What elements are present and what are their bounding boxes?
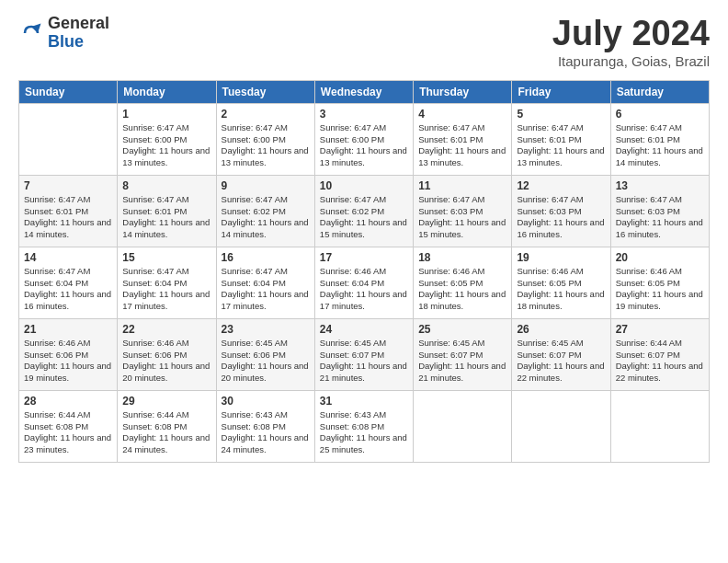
calendar-table: SundayMondayTuesdayWednesdayThursdayFrid…: [18, 80, 710, 463]
weekday-header-wednesday: Wednesday: [314, 80, 413, 103]
calendar-cell: 7Sunrise: 6:47 AMSunset: 6:01 PMDaylight…: [19, 175, 118, 247]
calendar-week-row: 1Sunrise: 6:47 AMSunset: 6:00 PMDaylight…: [19, 103, 710, 175]
day-number: 23: [222, 323, 310, 336]
day-info: Sunrise: 6:44 AMSunset: 6:08 PMDaylight:…: [122, 409, 210, 456]
day-info: Sunrise: 6:45 AMSunset: 6:07 PMDaylight:…: [418, 338, 506, 385]
calendar-cell: 3Sunrise: 6:47 AMSunset: 6:00 PMDaylight…: [314, 103, 413, 175]
calendar-cell: 25Sunrise: 6:45 AMSunset: 6:07 PMDayligh…: [414, 318, 512, 390]
day-number: 21: [24, 323, 112, 336]
location: Itapuranga, Goias, Brazil: [552, 53, 710, 69]
calendar-cell: 18Sunrise: 6:46 AMSunset: 6:05 PMDayligh…: [414, 247, 512, 318]
calendar-cell: [414, 390, 512, 462]
calendar-cell: 15Sunrise: 6:47 AMSunset: 6:04 PMDayligh…: [118, 247, 216, 318]
day-number: 22: [122, 323, 210, 336]
calendar-cell: 26Sunrise: 6:45 AMSunset: 6:07 PMDayligh…: [512, 318, 610, 390]
calendar-cell: 27Sunrise: 6:44 AMSunset: 6:07 PMDayligh…: [610, 318, 709, 390]
calendar-cell: 1Sunrise: 6:47 AMSunset: 6:00 PMDaylight…: [118, 103, 216, 175]
calendar-cell: 19Sunrise: 6:46 AMSunset: 6:05 PMDayligh…: [512, 247, 610, 318]
day-number: 2: [222, 108, 310, 121]
day-info: Sunrise: 6:44 AMSunset: 6:07 PMDaylight:…: [616, 338, 704, 385]
month-year: July 2024: [552, 15, 710, 53]
calendar-cell: 30Sunrise: 6:43 AMSunset: 6:08 PMDayligh…: [216, 390, 314, 462]
calendar-page: General Blue July 2024 Itapuranga, Goias…: [0, 0, 728, 474]
day-info: Sunrise: 6:47 AMSunset: 6:01 PMDaylight:…: [122, 194, 210, 241]
day-info: Sunrise: 6:44 AMSunset: 6:08 PMDaylight:…: [24, 409, 112, 456]
calendar-cell: 31Sunrise: 6:43 AMSunset: 6:08 PMDayligh…: [314, 390, 413, 462]
calendar-cell: 14Sunrise: 6:47 AMSunset: 6:04 PMDayligh…: [19, 247, 118, 318]
logo-text: General Blue: [48, 15, 109, 52]
day-info: Sunrise: 6:46 AMSunset: 6:06 PMDaylight:…: [122, 338, 210, 385]
day-info: Sunrise: 6:47 AMSunset: 6:04 PMDaylight:…: [122, 266, 210, 313]
calendar-cell: 2Sunrise: 6:47 AMSunset: 6:00 PMDaylight…: [216, 103, 314, 175]
calendar-cell: 4Sunrise: 6:47 AMSunset: 6:01 PMDaylight…: [414, 103, 512, 175]
day-number: 31: [320, 395, 408, 408]
day-info: Sunrise: 6:43 AMSunset: 6:08 PMDaylight:…: [320, 409, 408, 456]
day-number: 8: [122, 179, 210, 192]
weekday-header-monday: Monday: [118, 80, 216, 103]
calendar-week-row: 14Sunrise: 6:47 AMSunset: 6:04 PMDayligh…: [19, 247, 710, 318]
calendar-cell: [19, 103, 118, 175]
calendar-week-row: 21Sunrise: 6:46 AMSunset: 6:06 PMDayligh…: [19, 318, 710, 390]
calendar-cell: 6Sunrise: 6:47 AMSunset: 6:01 PMDaylight…: [610, 103, 709, 175]
calendar-week-row: 28Sunrise: 6:44 AMSunset: 6:08 PMDayligh…: [19, 390, 710, 462]
calendar-cell: 5Sunrise: 6:47 AMSunset: 6:01 PMDaylight…: [512, 103, 610, 175]
day-number: 1: [122, 108, 210, 121]
day-number: 27: [616, 323, 704, 336]
calendar-cell: 10Sunrise: 6:47 AMSunset: 6:02 PMDayligh…: [314, 175, 413, 247]
calendar-cell: 21Sunrise: 6:46 AMSunset: 6:06 PMDayligh…: [19, 318, 118, 390]
day-info: Sunrise: 6:46 AMSunset: 6:06 PMDaylight:…: [24, 338, 112, 385]
day-info: Sunrise: 6:47 AMSunset: 6:00 PMDaylight:…: [122, 122, 210, 169]
day-number: 10: [320, 179, 408, 192]
day-info: Sunrise: 6:43 AMSunset: 6:08 PMDaylight:…: [222, 409, 310, 456]
day-info: Sunrise: 6:47 AMSunset: 6:01 PMDaylight:…: [24, 194, 112, 241]
day-number: 19: [517, 251, 605, 264]
calendar-cell: 8Sunrise: 6:47 AMSunset: 6:01 PMDaylight…: [118, 175, 216, 247]
day-number: 15: [122, 251, 210, 264]
calendar-cell: [512, 390, 610, 462]
day-number: 5: [517, 108, 605, 121]
day-info: Sunrise: 6:46 AMSunset: 6:05 PMDaylight:…: [616, 266, 704, 313]
calendar-cell: 28Sunrise: 6:44 AMSunset: 6:08 PMDayligh…: [19, 390, 118, 462]
day-info: Sunrise: 6:47 AMSunset: 6:03 PMDaylight:…: [616, 194, 704, 241]
logo: General Blue: [18, 15, 109, 52]
calendar-cell: 24Sunrise: 6:45 AMSunset: 6:07 PMDayligh…: [314, 318, 413, 390]
day-info: Sunrise: 6:46 AMSunset: 6:04 PMDaylight:…: [320, 266, 408, 313]
day-info: Sunrise: 6:47 AMSunset: 6:00 PMDaylight:…: [320, 122, 408, 169]
calendar-cell: 17Sunrise: 6:46 AMSunset: 6:04 PMDayligh…: [314, 247, 413, 318]
day-info: Sunrise: 6:47 AMSunset: 6:01 PMDaylight:…: [418, 122, 506, 169]
day-number: 11: [418, 179, 506, 192]
day-number: 28: [24, 395, 112, 408]
weekday-header-row: SundayMondayTuesdayWednesdayThursdayFrid…: [19, 80, 710, 103]
day-info: Sunrise: 6:47 AMSunset: 6:02 PMDaylight:…: [222, 194, 310, 241]
weekday-header-tuesday: Tuesday: [216, 80, 314, 103]
day-number: 12: [517, 179, 605, 192]
calendar-cell: 11Sunrise: 6:47 AMSunset: 6:03 PMDayligh…: [414, 175, 512, 247]
day-number: 29: [122, 395, 210, 408]
day-number: 24: [320, 323, 408, 336]
weekday-header-sunday: Sunday: [19, 80, 118, 103]
calendar-cell: 22Sunrise: 6:46 AMSunset: 6:06 PMDayligh…: [118, 318, 216, 390]
calendar-cell: 13Sunrise: 6:47 AMSunset: 6:03 PMDayligh…: [610, 175, 709, 247]
logo-icon: [18, 20, 44, 46]
day-number: 9: [222, 179, 310, 192]
day-number: 4: [418, 108, 506, 121]
header: General Blue July 2024 Itapuranga, Goias…: [18, 15, 710, 69]
day-number: 3: [320, 108, 408, 121]
weekday-header-saturday: Saturday: [610, 80, 709, 103]
day-info: Sunrise: 6:45 AMSunset: 6:07 PMDaylight:…: [517, 338, 605, 385]
day-number: 26: [517, 323, 605, 336]
calendar-week-row: 7Sunrise: 6:47 AMSunset: 6:01 PMDaylight…: [19, 175, 710, 247]
weekday-header-thursday: Thursday: [414, 80, 512, 103]
calendar-cell: 16Sunrise: 6:47 AMSunset: 6:04 PMDayligh…: [216, 247, 314, 318]
logo-general-text: General: [48, 15, 109, 33]
day-number: 14: [24, 251, 112, 264]
day-info: Sunrise: 6:47 AMSunset: 6:04 PMDaylight:…: [24, 266, 112, 313]
day-number: 7: [24, 179, 112, 192]
day-number: 13: [616, 179, 704, 192]
calendar-cell: [610, 390, 709, 462]
calendar-cell: 29Sunrise: 6:44 AMSunset: 6:08 PMDayligh…: [118, 390, 216, 462]
weekday-header-friday: Friday: [512, 80, 610, 103]
day-number: 18: [418, 251, 506, 264]
calendar-cell: 12Sunrise: 6:47 AMSunset: 6:03 PMDayligh…: [512, 175, 610, 247]
calendar-cell: 20Sunrise: 6:46 AMSunset: 6:05 PMDayligh…: [610, 247, 709, 318]
